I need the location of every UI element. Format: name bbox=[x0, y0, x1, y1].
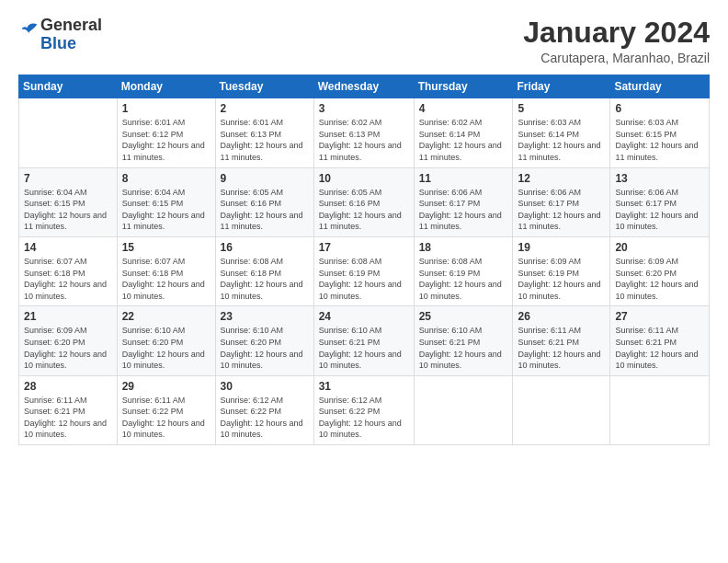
table-row: 5 Sunrise: 6:03 AM Sunset: 6:14 PM Dayli… bbox=[513, 98, 610, 167]
day-number: 23 bbox=[221, 310, 309, 323]
sunset-text: Sunset: 6:13 PM bbox=[221, 129, 309, 141]
daylight-text: Daylight: 12 hours and 10 minutes. bbox=[122, 349, 210, 372]
table-row: 13 Sunrise: 6:06 AM Sunset: 6:17 PM Dayl… bbox=[610, 167, 710, 236]
page: General Blue January 2024 Carutapera, Ma… bbox=[0, 0, 728, 563]
sunrise-text: Sunrise: 6:12 AM bbox=[221, 395, 309, 407]
table-row: 9 Sunrise: 6:05 AM Sunset: 6:16 PM Dayli… bbox=[215, 167, 313, 236]
day-info: Sunrise: 6:09 AM Sunset: 6:20 PM Dayligh… bbox=[24, 325, 112, 371]
header: General Blue January 2024 Carutapera, Ma… bbox=[18, 17, 710, 65]
sunset-text: Sunset: 6:19 PM bbox=[319, 268, 409, 280]
sunrise-text: Sunrise: 6:09 AM bbox=[24, 325, 112, 337]
table-row: 15 Sunrise: 6:07 AM Sunset: 6:18 PM Dayl… bbox=[117, 236, 215, 305]
table-row: 3 Sunrise: 6:02 AM Sunset: 6:13 PM Dayli… bbox=[313, 98, 414, 167]
day-number: 9 bbox=[221, 172, 309, 185]
sunset-text: Sunset: 6:21 PM bbox=[419, 337, 508, 349]
month-title: January 2024 bbox=[523, 17, 710, 49]
logo-general-text: General bbox=[40, 17, 102, 35]
daylight-text: Daylight: 12 hours and 10 minutes. bbox=[221, 349, 309, 372]
daylight-text: Daylight: 12 hours and 10 minutes. bbox=[319, 418, 409, 441]
day-info: Sunrise: 6:07 AM Sunset: 6:18 PM Dayligh… bbox=[24, 256, 112, 302]
day-number: 20 bbox=[615, 241, 704, 254]
daylight-text: Daylight: 12 hours and 11 minutes. bbox=[221, 140, 309, 163]
sunrise-text: Sunrise: 6:08 AM bbox=[221, 256, 309, 268]
table-row: 11 Sunrise: 6:06 AM Sunset: 6:17 PM Dayl… bbox=[414, 167, 513, 236]
sunrise-text: Sunrise: 6:11 AM bbox=[518, 325, 605, 337]
day-number: 30 bbox=[221, 380, 309, 393]
table-row: 25 Sunrise: 6:10 AM Sunset: 6:21 PM Dayl… bbox=[414, 306, 513, 375]
table-row: 28 Sunrise: 6:11 AM Sunset: 6:21 PM Dayl… bbox=[19, 375, 118, 444]
sunrise-text: Sunrise: 6:12 AM bbox=[319, 395, 409, 407]
sunrise-text: Sunrise: 6:10 AM bbox=[221, 325, 309, 337]
daylight-text: Daylight: 12 hours and 11 minutes. bbox=[615, 140, 704, 163]
table-row: 4 Sunrise: 6:02 AM Sunset: 6:14 PM Dayli… bbox=[414, 98, 513, 167]
table-row: 22 Sunrise: 6:10 AM Sunset: 6:20 PM Dayl… bbox=[117, 306, 215, 375]
daylight-text: Daylight: 12 hours and 10 minutes. bbox=[319, 279, 409, 302]
sunset-text: Sunset: 6:21 PM bbox=[319, 337, 409, 349]
daylight-text: Daylight: 12 hours and 10 minutes. bbox=[24, 349, 112, 372]
sunrise-text: Sunrise: 6:06 AM bbox=[518, 187, 605, 199]
col-sunday: Sunday bbox=[19, 75, 118, 98]
sunset-text: Sunset: 6:12 PM bbox=[122, 129, 210, 141]
table-row: 7 Sunrise: 6:04 AM Sunset: 6:15 PM Dayli… bbox=[19, 167, 118, 236]
col-friday: Friday bbox=[513, 75, 610, 98]
day-number: 10 bbox=[319, 172, 409, 185]
sunrise-text: Sunrise: 6:10 AM bbox=[122, 325, 210, 337]
table-row: 23 Sunrise: 6:10 AM Sunset: 6:20 PM Dayl… bbox=[215, 306, 313, 375]
day-info: Sunrise: 6:02 AM Sunset: 6:14 PM Dayligh… bbox=[419, 117, 508, 163]
table-row: 24 Sunrise: 6:10 AM Sunset: 6:21 PM Dayl… bbox=[313, 306, 414, 375]
day-info: Sunrise: 6:12 AM Sunset: 6:22 PM Dayligh… bbox=[319, 395, 409, 441]
sunset-text: Sunset: 6:20 PM bbox=[615, 268, 704, 280]
sunset-text: Sunset: 6:18 PM bbox=[221, 268, 309, 280]
sunset-text: Sunset: 6:22 PM bbox=[122, 406, 210, 418]
table-row bbox=[414, 375, 513, 444]
table-row: 18 Sunrise: 6:08 AM Sunset: 6:19 PM Dayl… bbox=[414, 236, 513, 305]
sunset-text: Sunset: 6:19 PM bbox=[518, 268, 605, 280]
daylight-text: Daylight: 12 hours and 11 minutes. bbox=[518, 210, 605, 233]
calendar-table: Sunday Monday Tuesday Wednesday Thursday… bbox=[18, 75, 710, 445]
day-number: 29 bbox=[122, 380, 210, 393]
day-info: Sunrise: 6:03 AM Sunset: 6:15 PM Dayligh… bbox=[615, 117, 704, 163]
sunrise-text: Sunrise: 6:11 AM bbox=[122, 395, 210, 407]
table-row: 17 Sunrise: 6:08 AM Sunset: 6:19 PM Dayl… bbox=[313, 236, 414, 305]
sunrise-text: Sunrise: 6:11 AM bbox=[24, 395, 112, 407]
day-number: 4 bbox=[419, 102, 508, 115]
sunset-text: Sunset: 6:21 PM bbox=[518, 337, 605, 349]
sunset-text: Sunset: 6:20 PM bbox=[221, 337, 309, 349]
sunset-text: Sunset: 6:20 PM bbox=[122, 337, 210, 349]
daylight-text: Daylight: 12 hours and 10 minutes. bbox=[122, 418, 210, 441]
table-row bbox=[610, 375, 710, 444]
sunrise-text: Sunrise: 6:04 AM bbox=[122, 187, 210, 199]
sunrise-text: Sunrise: 6:07 AM bbox=[24, 256, 112, 268]
sunset-text: Sunset: 6:17 PM bbox=[615, 198, 704, 210]
day-info: Sunrise: 6:01 AM Sunset: 6:13 PM Dayligh… bbox=[221, 117, 309, 163]
col-saturday: Saturday bbox=[610, 75, 710, 98]
table-row: 31 Sunrise: 6:12 AM Sunset: 6:22 PM Dayl… bbox=[313, 375, 414, 444]
daylight-text: Daylight: 12 hours and 10 minutes. bbox=[615, 349, 704, 372]
sunset-text: Sunset: 6:18 PM bbox=[122, 268, 210, 280]
sunrise-text: Sunrise: 6:04 AM bbox=[24, 187, 112, 199]
day-info: Sunrise: 6:09 AM Sunset: 6:19 PM Dayligh… bbox=[518, 256, 605, 302]
sunset-text: Sunset: 6:15 PM bbox=[122, 198, 210, 210]
daylight-text: Daylight: 12 hours and 11 minutes. bbox=[319, 140, 409, 163]
day-number: 15 bbox=[122, 241, 210, 254]
daylight-text: Daylight: 12 hours and 10 minutes. bbox=[319, 349, 409, 372]
calendar-week-row: 14 Sunrise: 6:07 AM Sunset: 6:18 PM Dayl… bbox=[19, 236, 710, 305]
sunrise-text: Sunrise: 6:05 AM bbox=[221, 187, 309, 199]
calendar-week-row: 28 Sunrise: 6:11 AM Sunset: 6:21 PM Dayl… bbox=[19, 375, 710, 444]
logo: General Blue bbox=[18, 17, 102, 53]
daylight-text: Daylight: 12 hours and 10 minutes. bbox=[221, 279, 309, 302]
sunset-text: Sunset: 6:21 PM bbox=[24, 406, 112, 418]
sunset-text: Sunset: 6:22 PM bbox=[221, 406, 309, 418]
sunrise-text: Sunrise: 6:05 AM bbox=[319, 187, 409, 199]
daylight-text: Daylight: 12 hours and 11 minutes. bbox=[518, 140, 605, 163]
daylight-text: Daylight: 12 hours and 10 minutes. bbox=[24, 418, 112, 441]
day-info: Sunrise: 6:06 AM Sunset: 6:17 PM Dayligh… bbox=[518, 187, 605, 233]
sunset-text: Sunset: 6:18 PM bbox=[24, 268, 112, 280]
day-info: Sunrise: 6:11 AM Sunset: 6:22 PM Dayligh… bbox=[122, 395, 210, 441]
day-info: Sunrise: 6:09 AM Sunset: 6:20 PM Dayligh… bbox=[615, 256, 704, 302]
sunset-text: Sunset: 6:16 PM bbox=[319, 198, 409, 210]
sunset-text: Sunset: 6:19 PM bbox=[419, 268, 508, 280]
sunrise-text: Sunrise: 6:06 AM bbox=[615, 187, 704, 199]
table-row: 16 Sunrise: 6:08 AM Sunset: 6:18 PM Dayl… bbox=[215, 236, 313, 305]
logo-blue-text: Blue bbox=[40, 35, 102, 53]
